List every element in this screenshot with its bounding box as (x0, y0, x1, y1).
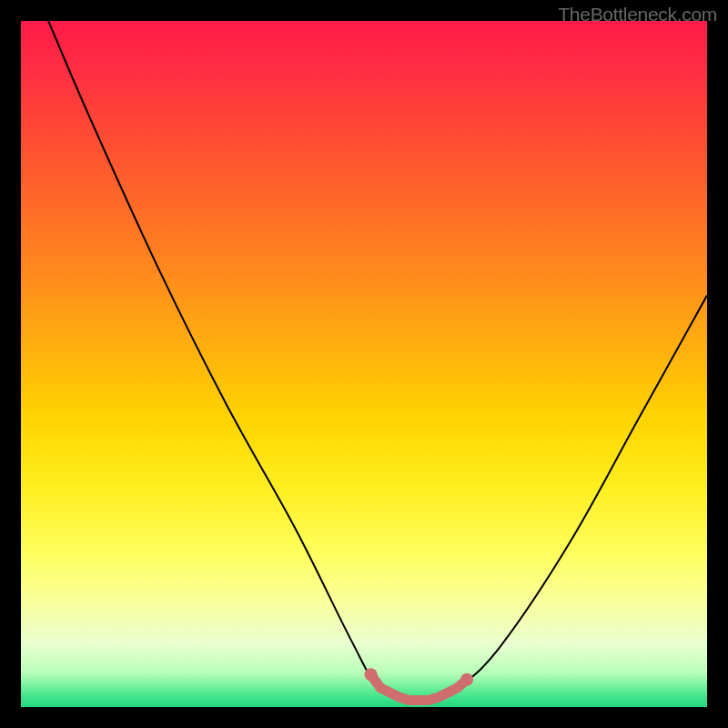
svg-point-0 (365, 668, 378, 681)
curve-svg (21, 21, 707, 707)
svg-point-1 (460, 673, 473, 686)
bottleneck-curve (48, 21, 707, 703)
chart-container: TheBottleneck.com (0, 0, 728, 728)
plateau-marker (365, 668, 474, 700)
watermark-text: TheBottleneck.com (558, 4, 717, 25)
plot-area (21, 21, 707, 707)
